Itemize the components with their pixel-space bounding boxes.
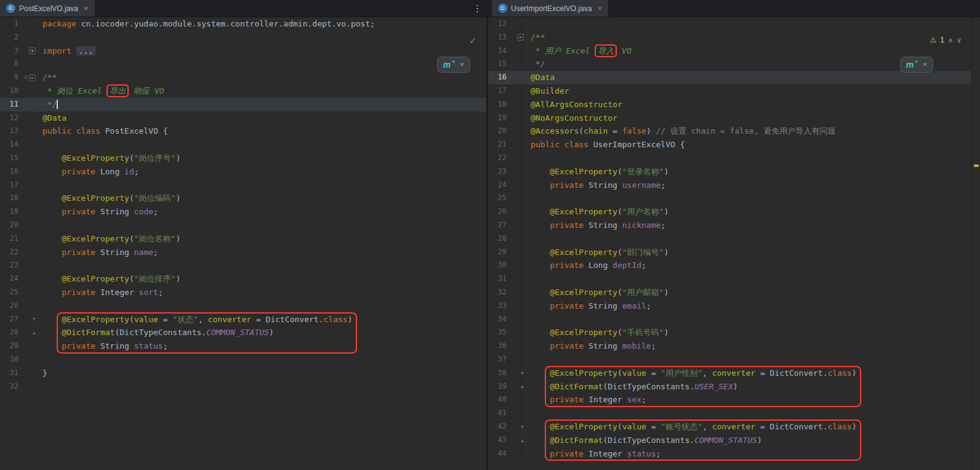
code-line[interactable]: 25 private Integer sort; bbox=[0, 286, 486, 299]
code-line[interactable]: 14 * 用户 Excel 导入 VO bbox=[488, 44, 971, 58]
code-line[interactable]: 39▴ @DictFormat(DictTypeConstants.USER_S… bbox=[488, 380, 971, 394]
fold-icon[interactable]: ▾ bbox=[521, 424, 524, 430]
line-number[interactable]: 13 bbox=[488, 31, 510, 44]
line-number[interactable]: 12 bbox=[0, 111, 22, 125]
line-number[interactable]: 24 bbox=[488, 179, 510, 192]
code-line[interactable]: 44 private Integer status; bbox=[488, 447, 971, 461]
line-number[interactable]: 30 bbox=[0, 353, 22, 367]
code-line[interactable]: 18 @ExcelProperty("岗位编码") bbox=[0, 192, 486, 205]
fold-icon[interactable]: ▴ bbox=[33, 330, 36, 336]
inspection-ok-icon[interactable]: ✓ bbox=[469, 36, 476, 46]
code-editor[interactable]: 1213−/**14 * 用户 Excel 导入 VO15 */16@Data1… bbox=[488, 17, 971, 470]
line-number[interactable]: 28 bbox=[488, 232, 510, 246]
line-number[interactable]: 24 bbox=[0, 272, 22, 286]
line-number[interactable]: 22 bbox=[0, 246, 22, 259]
line-number[interactable]: 33 bbox=[488, 299, 510, 313]
code-line[interactable]: 16 private Long id; bbox=[0, 165, 486, 179]
code-line[interactable]: 36 private String mobile; bbox=[488, 339, 971, 353]
close-icon[interactable]: × bbox=[84, 4, 89, 13]
line-number[interactable]: 40 bbox=[488, 393, 510, 407]
code-line[interactable]: 32 @ExcelProperty("用户邮箱") bbox=[488, 286, 971, 299]
code-line[interactable]: 10 * 岗位 Excel 导出 响应 VO bbox=[0, 84, 486, 98]
line-number[interactable]: 41 bbox=[488, 407, 510, 420]
line-number[interactable]: 44 bbox=[488, 447, 510, 461]
code-line[interactable]: 15 */ bbox=[488, 57, 971, 71]
line-number[interactable]: 38 bbox=[488, 367, 510, 380]
close-icon[interactable]: × bbox=[460, 60, 464, 69]
code-line[interactable]: 30 private Long deptId; bbox=[488, 259, 971, 272]
line-number[interactable]: 13 bbox=[0, 124, 22, 138]
code-line[interactable]: 34 bbox=[488, 313, 971, 326]
line-number[interactable]: 17 bbox=[0, 179, 22, 192]
code-line[interactable]: 25 bbox=[488, 192, 971, 205]
line-number[interactable]: 30 bbox=[488, 259, 510, 272]
code-line[interactable]: 43▴ @DictFormat(DictTypeConstants.COMMON… bbox=[488, 434, 971, 447]
fold-icon[interactable]: − bbox=[29, 75, 36, 81]
code-line[interactable]: 21 @ExcelProperty("岗位名称") bbox=[0, 232, 486, 246]
code-editor[interactable]: 1package cn.iocoder.yudao.module.system.… bbox=[0, 17, 486, 470]
line-number[interactable]: 20 bbox=[0, 219, 22, 232]
line-number[interactable]: 28 bbox=[0, 326, 22, 339]
line-number[interactable]: 14 bbox=[488, 44, 510, 58]
code-line[interactable]: 23 bbox=[0, 259, 486, 272]
line-number[interactable]: 22 bbox=[488, 152, 510, 165]
line-number[interactable]: 32 bbox=[488, 286, 510, 299]
line-number[interactable]: 27 bbox=[488, 219, 510, 232]
line-number[interactable]: 15 bbox=[0, 152, 22, 165]
fold-icon[interactable]: ▴ bbox=[521, 383, 524, 389]
code-line[interactable]: 28▴ @DictFormat(DictTypeConstants.COMMON… bbox=[0, 326, 486, 339]
code-line[interactable]: 12 bbox=[488, 17, 971, 31]
line-number[interactable]: 32 bbox=[0, 380, 22, 394]
code-line[interactable]: 42▾ @ExcelProperty(value = "账号状态", conve… bbox=[488, 420, 971, 434]
line-number[interactable]: 29 bbox=[488, 246, 510, 259]
code-line[interactable]: 40 private Integer sex; bbox=[488, 393, 971, 407]
code-line[interactable]: 29 private String status; bbox=[0, 339, 486, 353]
fold-icon[interactable]: ▴ bbox=[521, 437, 524, 444]
line-number[interactable]: 16 bbox=[0, 165, 22, 179]
code-line[interactable]: 19@NoArgsConstructor bbox=[488, 111, 971, 125]
code-line[interactable]: 9≡−/** bbox=[0, 71, 486, 84]
line-number[interactable]: 9 bbox=[0, 71, 22, 84]
code-line[interactable]: 30 bbox=[0, 353, 486, 367]
tab-userimportexcelvo[interactable]: C UserImportExcelVO.java × bbox=[492, 0, 609, 17]
code-line[interactable]: 13public class PostExcelVO { bbox=[0, 124, 486, 138]
close-icon[interactable]: × bbox=[923, 60, 927, 69]
code-line[interactable]: 31 bbox=[488, 272, 971, 286]
line-number[interactable]: 18 bbox=[0, 192, 22, 205]
chevron-down-icon[interactable]: ∨ bbox=[957, 36, 962, 44]
line-number[interactable]: 21 bbox=[0, 232, 22, 246]
line-number[interactable]: 1 bbox=[0, 17, 22, 31]
ai-assistant-widget[interactable]: m✦ × bbox=[900, 57, 933, 73]
line-number[interactable]: 8 bbox=[0, 57, 22, 71]
code-line[interactable]: 31} bbox=[0, 367, 486, 380]
fold-icon[interactable]: ▾ bbox=[33, 316, 36, 322]
line-number[interactable]: 18 bbox=[488, 98, 510, 111]
chevron-up-icon[interactable]: ∧ bbox=[948, 36, 953, 44]
code-line[interactable]: 3+import ... bbox=[0, 44, 486, 58]
error-stripe-scrollbar[interactable] bbox=[971, 17, 980, 470]
code-line[interactable]: 16@Data bbox=[488, 71, 971, 84]
line-number[interactable]: 34 bbox=[488, 313, 510, 326]
code-line[interactable]: 28 bbox=[488, 232, 971, 246]
code-line[interactable]: 26 bbox=[0, 299, 486, 313]
line-number[interactable]: 2 bbox=[0, 31, 22, 44]
line-number[interactable]: 42 bbox=[488, 420, 510, 434]
line-number[interactable]: 26 bbox=[0, 299, 22, 313]
line-number[interactable]: 43 bbox=[488, 434, 510, 447]
code-line[interactable]: 35 @ExcelProperty("手机号码") bbox=[488, 326, 971, 339]
code-line[interactable]: 1package cn.iocoder.yudao.module.system.… bbox=[0, 17, 486, 31]
line-number[interactable]: 11 bbox=[0, 98, 22, 111]
line-number[interactable]: 37 bbox=[488, 353, 510, 367]
line-number[interactable]: 25 bbox=[0, 286, 22, 299]
line-number[interactable]: 19 bbox=[488, 111, 510, 125]
code-line[interactable]: 27▾ @ExcelProperty(value = "状态", convert… bbox=[0, 313, 486, 326]
code-line[interactable]: 38▾ @ExcelProperty(value = "用户性别", conve… bbox=[488, 367, 971, 380]
tab-postexcelvo[interactable]: C PostExcelVO.java × bbox=[0, 0, 95, 17]
code-line[interactable]: 22 private String name; bbox=[0, 246, 486, 259]
warning-stripe-mark[interactable] bbox=[974, 164, 979, 167]
inspections-widget[interactable]: ⚠ 1 ∧ ∨ bbox=[930, 36, 962, 44]
line-number[interactable]: 15 bbox=[488, 57, 510, 71]
fold-icon[interactable]: − bbox=[517, 34, 524, 41]
structure-gutter-icon[interactable]: ≡ bbox=[24, 71, 28, 84]
code-line[interactable]: 24 private String username; bbox=[488, 179, 971, 192]
